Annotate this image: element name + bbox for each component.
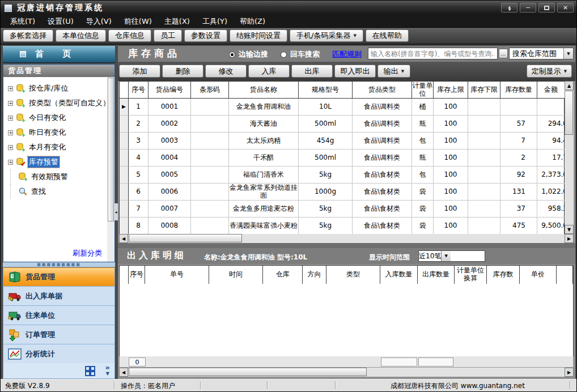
main-splitter[interactable] [118,243,575,248]
column-header[interactable]: 计量单位 [412,82,434,99]
table-cell[interactable]: 1000g [299,184,353,201]
column-header[interactable]: 货品名称 [229,82,299,99]
table-row[interactable]: 80008香满园美味富强小麦粉5kg食品\食材类袋1004759,500.0 [120,218,564,235]
table-cell[interactable]: 1 [129,99,149,116]
menu-item[interactable]: 工具(Y) [196,16,234,27]
search-input[interactable] [368,48,498,59]
table-cell[interactable] [537,99,565,116]
table-cell[interactable]: 包 [412,167,434,184]
toolbar-button[interactable]: 结账时间设置 [230,29,287,42]
table-cell[interactable] [468,218,500,235]
maximize-icon[interactable] [538,3,555,12]
table-cell[interactable]: 1,022.0 [537,184,565,201]
table-cell[interactable]: 100 [434,218,468,235]
table-cell[interactable]: 131 [500,184,537,201]
column-header[interactable]: 入库数量 [380,266,418,284]
column-header[interactable]: 规格型号 [299,82,353,99]
table-row[interactable]: 30003太太乐鸡精454g食品\调料类包100794.4 [120,133,564,150]
menu-item[interactable]: 主题(X) [158,16,196,27]
column-header[interactable]: 单价 [520,266,557,284]
toolbar-button[interactable]: 手机/条码采集器▼ [290,29,363,42]
table-cell[interactable]: 金龙鱼食用调和油 [229,99,299,116]
table-cell[interactable]: 0003 [149,133,191,150]
table-cell[interactable]: 食品\调料类 [353,116,412,133]
home-tab[interactable]: 首 页 [3,46,115,63]
table-cell[interactable] [191,116,229,133]
sidebar-nav-item[interactable]: 订单管理 [3,325,114,344]
table-cell[interactable]: 5kg [299,167,353,184]
tree-scrollbar[interactable] [107,77,114,262]
table-cell[interactable]: 57 [500,116,537,133]
tree-item[interactable]: +今日有变化 [3,110,114,125]
table-cell[interactable]: 475 [500,218,537,235]
menu-item[interactable]: 导入(V) [80,16,118,27]
search-mode-radio[interactable]: 回车搜索 [281,49,320,59]
expand-plus-icon[interactable]: + [8,160,13,165]
table-cell[interactable]: 3 [129,133,149,150]
table-cell[interactable] [468,201,500,218]
table-cell[interactable] [191,99,229,116]
table-cell[interactable]: 100 [434,116,468,133]
column-header[interactable]: 仓库 [263,266,303,284]
table-cell[interactable] [191,218,229,235]
panel-collapse-arrow-icon[interactable]: ◂ [114,203,118,220]
detail-hscrollbar[interactable]: ◀ ▶ [119,368,574,377]
warehouse-scope-dropdown[interactable]: 搜索仓库范围 ▼ [509,48,574,59]
sidebar-nav-item[interactable]: 分析统计 [3,344,114,364]
search-more-button[interactable]: … [499,49,508,58]
table-cell[interactable]: 香满园美味富强小麦粉 [229,218,299,235]
table-cell[interactable]: 94.4 [537,133,565,150]
expand-plus-icon[interactable]: + [8,101,13,106]
table-cell[interactable]: 食品\食材类 [353,201,412,218]
table-cell[interactable]: 5 [129,167,149,184]
menu-item[interactable]: 系统(T) [4,16,41,27]
table-cell[interactable]: 7 [500,133,537,150]
action-button[interactable]: 修改 [205,65,247,78]
table-cell[interactable]: 食品\调料类 [353,99,412,116]
table-cell[interactable]: 6 [129,184,149,201]
toolbar-button[interactable]: 员工 [154,29,182,42]
table-cell[interactable]: 0008 [149,218,191,235]
table-cell[interactable]: 千禾醋 [229,150,299,167]
table-cell[interactable]: 9,500.0 [537,218,565,235]
table-cell[interactable]: 0002 [149,116,191,133]
table-cell[interactable]: 食品\调料类 [353,133,412,150]
table-cell[interactable]: 桶 [412,99,434,116]
action-button[interactable]: 输出▼ [377,65,410,78]
table-row[interactable]: 20002海天酱油500ml食品\调料类瓶10057294.0 [120,116,564,133]
action-button[interactable]: 出库 [291,65,333,78]
grid-view-icon[interactable] [85,366,95,376]
column-header[interactable]: 类型 [326,266,380,284]
table-cell[interactable]: 0001 [149,99,191,116]
chevron-down-icon[interactable]: ▼ [563,48,573,59]
action-button[interactable]: 删除 [162,65,203,78]
table-cell[interactable]: 袋 [412,218,434,235]
table-cell[interactable] [468,167,500,184]
table-cell[interactable]: 454g [299,133,353,150]
tree-item[interactable]: +按仓库/库位 [3,81,114,96]
table-row[interactable]: 50005福临门清香米5kg食品\食材类包100922,373.0 [120,167,564,184]
column-header[interactable]: 金额 [537,82,565,99]
toolbar-button[interactable]: 仓库信息 [108,29,151,42]
match-rules-link[interactable]: 匹配规则 [332,49,362,59]
table-cell[interactable]: 0006 [149,184,191,201]
table-cell[interactable]: 100 [434,184,468,201]
table-cell[interactable] [468,184,500,201]
table-cell[interactable]: 100 [434,150,468,167]
table-cell[interactable]: 食品\调料类 [353,150,412,167]
column-header[interactable]: 方向 [303,266,326,284]
radio-icon[interactable] [229,52,235,58]
close-icon[interactable]: × [557,3,574,12]
scroll-left-icon[interactable]: ◀ [119,234,128,243]
table-cell[interactable]: 2 [129,116,149,133]
table-cell[interactable]: 包 [412,133,434,150]
column-header[interactable]: 库存数 [487,266,520,284]
column-header[interactable]: 计量单位换算 [455,266,487,284]
sidebar-nav-item[interactable]: 往来单位 [3,306,114,325]
table-row[interactable]: ▶10001金龙鱼食用调和油10L食品\调料类桶100 [120,99,564,116]
table-cell[interactable]: 958.3 [537,201,565,218]
table-cell[interactable]: 海天酱油 [229,116,299,133]
tree-item[interactable]: +按类型（类型可自定义） [3,96,114,110]
sidebar-splitter[interactable]: ■■■■■■■■■ [3,262,115,267]
table-cell[interactable]: 7 [129,201,149,218]
